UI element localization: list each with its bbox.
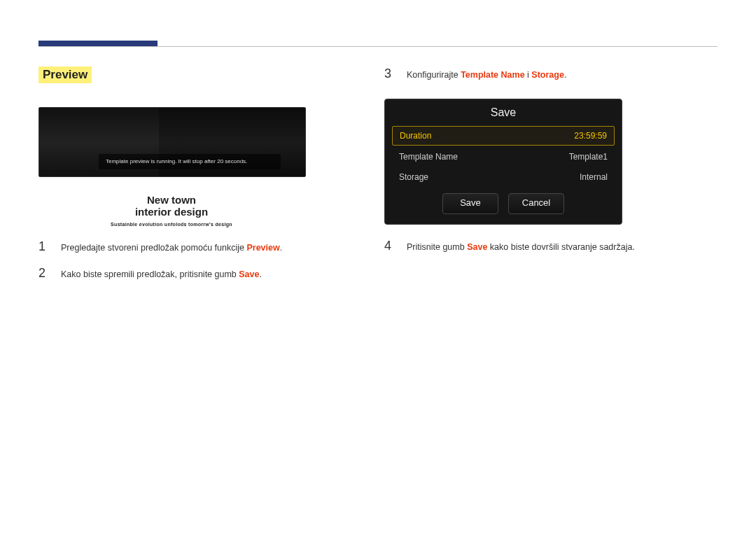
- row-value: 23:59:59: [574, 131, 607, 141]
- step-3: 3 Konfigurirajte Template Name i Storage…: [384, 66, 713, 82]
- step-text-mid: i: [525, 70, 532, 80]
- dialog-buttons: Save Cancel: [392, 193, 615, 214]
- highlight-preview: Preview: [246, 243, 279, 253]
- cancel-button[interactable]: Cancel: [508, 193, 564, 214]
- caption-line2: interior design: [38, 206, 304, 218]
- step-number: 2: [38, 266, 51, 281]
- header-accent-bar: [38, 41, 158, 46]
- row-label: Template Name: [399, 152, 458, 162]
- step-4: 4 Pritisnite gumb Save kako biste dovrši…: [384, 239, 713, 254]
- header-divider: [38, 46, 718, 47]
- step-text: Konfigurirajte Template Name i Storage.: [407, 66, 566, 82]
- caption-line3: Sustainble evolution unfolods tomorrw's …: [38, 222, 304, 227]
- column-right: 3 Konfigurirajte Template Name i Storage…: [384, 66, 713, 513]
- step-number: 1: [38, 239, 51, 254]
- step-text-post: .: [259, 269, 261, 279]
- dialog-title: Save: [392, 106, 615, 119]
- highlight-save: Save: [239, 269, 259, 279]
- step-number: 3: [384, 66, 397, 81]
- step-text-post: kako biste dovršili stvaranje sadržaja.: [487, 242, 635, 252]
- dialog-row-template-name[interactable]: Template Name Template1: [392, 148, 615, 166]
- dialog-row-storage[interactable]: Storage Internal: [392, 168, 615, 186]
- step-number: 4: [384, 239, 397, 253]
- row-value: Internal: [580, 172, 608, 182]
- preview-running-toast: Template preview is running. It will sto…: [99, 154, 281, 169]
- step-2: 2 Kako biste spremili predložak, pritisn…: [38, 266, 368, 281]
- step-text-pre: Kako biste spremili predložak, pritisnit…: [61, 269, 239, 279]
- section-title: Preview: [38, 66, 92, 83]
- save-dialog: Save Duration 23:59:59 Template Name Tem…: [384, 99, 622, 225]
- highlight-save: Save: [467, 242, 487, 252]
- template-preview-screenshot: Template preview is running. It will sto…: [38, 107, 306, 177]
- step-1: 1 Pregledajte stvoreni predložak pomoću …: [38, 239, 368, 255]
- save-button[interactable]: Save: [442, 193, 498, 214]
- step-text-pre: Pregledajte stvoreni predložak pomoću fu…: [61, 243, 246, 253]
- dialog-row-duration[interactable]: Duration 23:59:59: [392, 126, 615, 146]
- row-label: Duration: [400, 131, 431, 141]
- step-text-pre: Pritisnite gumb: [407, 242, 467, 252]
- highlight-template-name: Template Name: [461, 70, 524, 80]
- step-text: Kako biste spremili predložak, pritisnit…: [61, 268, 262, 281]
- preview-caption: New town interior design Sustainble evol…: [38, 194, 304, 227]
- step-text-post: .: [564, 70, 566, 80]
- right-step-list-2: 4 Pritisnite gumb Save kako biste dovrši…: [384, 239, 713, 254]
- caption-line1: New town: [38, 194, 304, 206]
- left-step-list: 1 Pregledajte stvoreni predložak pomoću …: [38, 239, 368, 281]
- highlight-storage: Storage: [531, 70, 564, 80]
- column-left: Preview Template preview is running. It …: [38, 66, 368, 513]
- row-label: Storage: [399, 172, 428, 182]
- content-columns: Preview Template preview is running. It …: [38, 66, 718, 513]
- step-text-post: .: [280, 243, 282, 253]
- step-text: Pritisnite gumb Save kako biste dovršili…: [407, 239, 635, 254]
- page: Preview Template preview is running. It …: [0, 0, 756, 534]
- right-step-list: 3 Konfigurirajte Template Name i Storage…: [384, 66, 713, 82]
- step-text: Pregledajte stvoreni predložak pomoću fu…: [61, 241, 282, 255]
- row-value: Template1: [569, 152, 608, 162]
- step-text-pre: Konfigurirajte: [407, 70, 461, 80]
